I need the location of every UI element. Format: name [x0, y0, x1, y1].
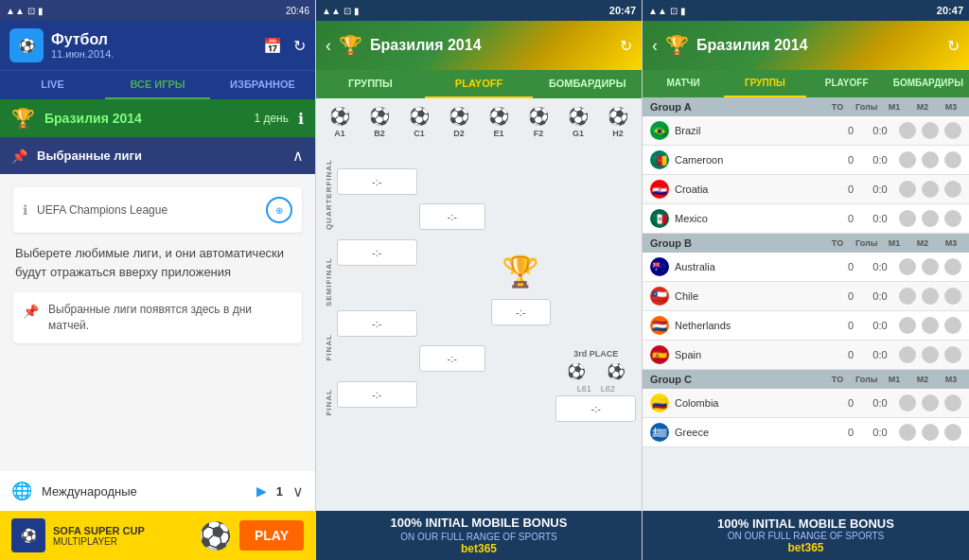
signal-icon: ▲▲	[6, 6, 25, 16]
tab-playoff-3[interactable]: PLAYOFF	[806, 70, 888, 97]
loser-labels: L61 L62	[555, 384, 636, 394]
play-arrow-icon[interactable]: ▶	[256, 483, 267, 499]
panel2-ad-footer: 100% INITIAL MOBILE BONUS ON OUR FULL RA…	[316, 511, 642, 560]
seed-b2: ⚽ B2	[369, 106, 390, 138]
panel2-title: Бразилия 2014	[370, 37, 612, 54]
table-row: 🇬🇷 Greece 0 0:0	[643, 418, 969, 447]
calendar-icon[interactable]: 📅	[263, 37, 282, 55]
league-banner: 🏆 Бразилия 2014 1 день ℹ	[0, 99, 315, 137]
sf-match-2: -:-	[419, 345, 485, 372]
match-dot	[899, 346, 916, 363]
match-dot	[944, 346, 961, 363]
chevron-up-icon[interactable]: ∧	[292, 147, 304, 165]
bracket-qf-left: -:- -:- -:- -:-	[337, 146, 417, 429]
tab-scorers[interactable]: БОМБАРДИРЫ	[533, 70, 642, 98]
qf-match-4: -:-	[337, 381, 417, 408]
tab-scorers-3[interactable]: БОМБАРДИРЫ	[888, 70, 969, 97]
app-logo: ⚽	[9, 28, 44, 62]
app-title: Футбол	[51, 31, 255, 48]
stage-final: FINAL	[322, 334, 335, 361]
wifi-icon-3: ⊡	[670, 6, 678, 16]
clock-2: 20:47	[609, 5, 636, 16]
bracket-sf: -:- -:-	[419, 146, 485, 429]
pin-icon: 📌	[11, 149, 27, 164]
panel-standings: ▲▲ ⊡ ▮ 20:47 ‹ 🏆 Бразилия 2014 ↻ МАТЧИ Г…	[642, 0, 969, 560]
seed-f2: ⚽ F2	[528, 106, 549, 138]
tab-matches[interactable]: МАТЧИ	[643, 70, 724, 97]
panel3-tabs: МАТЧИ ГРУППЫ PLAYOFF БОМБАРДИРЫ	[643, 70, 969, 97]
table-row: 🇨🇱 Chile 0 0:0	[643, 282, 969, 311]
qf-match-2: -:-	[337, 239, 417, 266]
match-dot	[922, 288, 939, 305]
signal-icon-2: ▲▲	[322, 6, 341, 16]
match-dot	[922, 258, 939, 275]
tab-groups-3[interactable]: ГРУППЫ	[724, 70, 805, 97]
match-dot	[922, 424, 939, 441]
battery-icon-3: ▮	[680, 6, 686, 16]
qf-match-1: -:-	[337, 168, 417, 195]
footer-line1: SOFA SUPER CUP	[53, 525, 191, 536]
footer-line2: MULTIPLAYER	[53, 536, 191, 547]
match-dot	[944, 151, 961, 168]
match-dot	[899, 288, 916, 305]
loser-ball-2: ⚽	[607, 362, 625, 380]
battery-icon-2: ▮	[354, 6, 360, 16]
soccer-ball-icon: ⚽	[199, 520, 232, 551]
flag-colombia: 🇨🇴	[650, 394, 669, 412]
flag-croatia: 🇭🇷	[650, 180, 669, 199]
group-a-header: Group A ТО Голы М1 М2 М3	[643, 97, 969, 116]
match-dot	[922, 122, 939, 139]
seed-g1: ⚽ G1	[568, 106, 589, 138]
table-row: 🇲🇽 Mexico 0 0:0	[643, 204, 969, 234]
match-dot	[899, 394, 916, 411]
tab-groups[interactable]: ГРУППЫ	[316, 70, 425, 98]
bracket-area: ⚽ A1 ⚽ B2 ⚽ C1 ⚽ D2 ⚽ E1 ⚽ F2	[316, 98, 642, 511]
tab-favorites[interactable]: ИЗБРАННОЕ	[210, 71, 315, 99]
play-button[interactable]: PLAY	[239, 520, 304, 551]
flag-cameroon: 🇨🇲	[650, 150, 669, 169]
clock-3: 20:47	[937, 5, 963, 16]
app-header: ⚽ Футбол 11.июн.2014. 📅 ↻	[0, 21, 315, 70]
table-row: 🇳🇱 Netherlands 0 0:0	[643, 311, 969, 341]
third-place-match: -:-	[555, 395, 636, 422]
tip-pin-icon: 📌	[23, 302, 39, 319]
battery-icon: ▮	[38, 6, 44, 16]
tip-item: 📌 Выбранные лиги появятся здесь в дни ма…	[13, 292, 302, 343]
chevron-down-icon[interactable]: ∨	[292, 482, 304, 500]
panel3-title: Бразилия 2014	[696, 37, 940, 54]
match-dot	[922, 151, 939, 168]
tab-all-games[interactable]: ВСЕ ИГРЫ	[105, 71, 210, 99]
footer-logo: ⚽	[11, 518, 45, 552]
flag-spain: 🇪🇸	[650, 345, 669, 364]
match-dot	[899, 181, 916, 198]
favorites-header: 📌 Выбранные лиги ∧	[0, 137, 315, 174]
table-row: 🇦🇺 Australia 0 0:0	[643, 253, 969, 282]
sf-match-1: -:-	[419, 203, 485, 230]
seed-e1: ⚽ E1	[488, 106, 509, 138]
match-dot	[944, 317, 961, 334]
ad-line1-3: 100% INITIAL MOBILE BONUS	[717, 516, 894, 531]
ad-brand-3: bet365	[717, 541, 894, 554]
refresh-icon-3[interactable]: ↻	[947, 37, 960, 55]
back-icon[interactable]: ‹	[326, 36, 331, 56]
league-item-action[interactable]: ⊕	[266, 197, 292, 223]
tab-live[interactable]: LIVE	[0, 71, 105, 99]
match-dot	[922, 181, 939, 198]
back-icon-3[interactable]: ‹	[652, 36, 658, 56]
wifi-icon: ⊡	[27, 6, 35, 16]
match-dot	[922, 346, 939, 363]
match-dot	[899, 122, 916, 139]
app-subtitle: 11.июн.2014.	[51, 48, 255, 60]
tab-playoff[interactable]: PLAYOFF	[425, 70, 534, 98]
panel-bracket: ▲▲ ⊡ ▮ 20:47 ‹ 🏆 Бразилия 2014 ↻ ГРУППЫ …	[315, 0, 642, 560]
league-list-item[interactable]: ℹ UEFA Champions League ⊕	[13, 187, 302, 233]
footer-banner: ⚽ SOFA SUPER CUP MULTIPLAYER ⚽ PLAY	[0, 511, 315, 560]
refresh-icon-2[interactable]: ↻	[620, 37, 632, 55]
refresh-icon[interactable]: ↻	[293, 37, 306, 55]
international-row[interactable]: 🌐 Международные ▶ 1 ∨	[0, 471, 315, 511]
group-b-header: Group B ТО Голы М1 М2 М3	[643, 234, 969, 253]
clock-1: 20:46	[286, 6, 309, 16]
seed-c1: ⚽ C1	[409, 106, 430, 138]
info-icon[interactable]: ℹ	[298, 110, 304, 128]
league-item-name: UEFA Champions League	[37, 203, 256, 217]
